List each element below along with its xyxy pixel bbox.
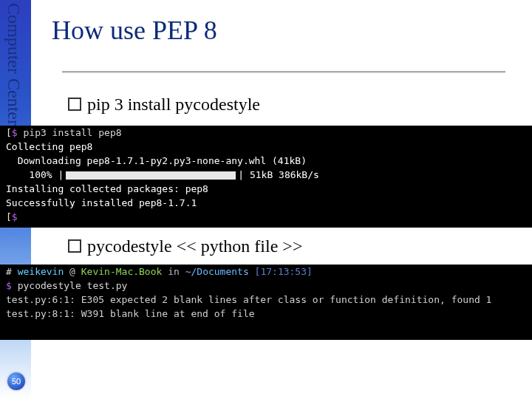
title-divider xyxy=(62,71,505,72)
bullet-2: pycodestyle << python file >> xyxy=(68,236,302,256)
term1-line-7: [$ xyxy=(0,210,532,224)
term2-output-2: test.py:8:1: W391 blank line at end of f… xyxy=(0,307,532,321)
term2-output-1: test.py:6:1: E305 expected 2 blank lines… xyxy=(0,293,532,307)
slide-title: How use PEP 8 xyxy=(52,15,217,46)
progress-bar xyxy=(66,171,236,180)
term1-line-5: Installing collected packages: pep8 xyxy=(0,182,532,196)
terminal-block-1: [$ pip3 install pep8 Collecting pep8 Dow… xyxy=(0,126,532,228)
bullet-1-text: pip 3 install pycodestyle xyxy=(87,95,260,114)
term2-command-line: $ pycodestyle test.py xyxy=(0,279,532,293)
terminal-block-2: # weikevin @ Kevin-Mac.Book in ~/Documen… xyxy=(0,265,532,340)
page-number-badge: 50 xyxy=(7,372,25,390)
term1-line-3: Downloading pep8-1.7.1-py2.py3-none-any.… xyxy=(0,154,532,168)
term1-line-4: 100% || 51kB 386kB/s xyxy=(0,168,532,182)
term2-prompt-line: # weikevin @ Kevin-Mac.Book in ~/Documen… xyxy=(0,265,532,279)
bullet-square-icon xyxy=(68,98,81,111)
term1-line-2: Collecting pep8 xyxy=(0,140,532,154)
term1-line-6: Successfully installed pep8-1.7.1 xyxy=(0,196,532,210)
slide: Computer Center, CS, NCTU How use PEP 8 … xyxy=(0,0,532,399)
term1-line-1: [$ pip3 install pep8 xyxy=(0,126,532,140)
bullet-2-text: pycodestyle << python file >> xyxy=(87,236,302,256)
bullet-square-icon xyxy=(68,239,81,253)
bullet-1: pip 3 install pycodestyle xyxy=(68,95,260,115)
